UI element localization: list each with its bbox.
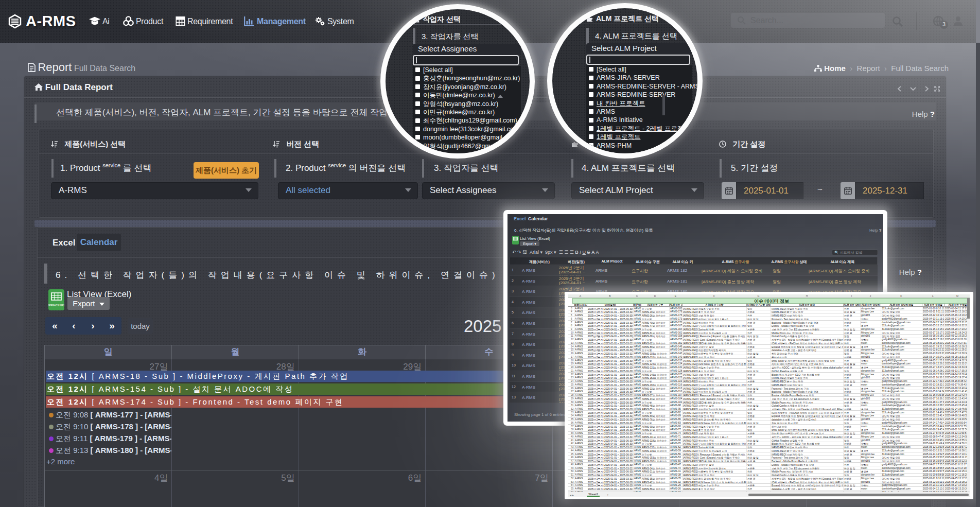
svg-text:SPREADSHEET: SPREADSHEET (48, 304, 64, 307)
